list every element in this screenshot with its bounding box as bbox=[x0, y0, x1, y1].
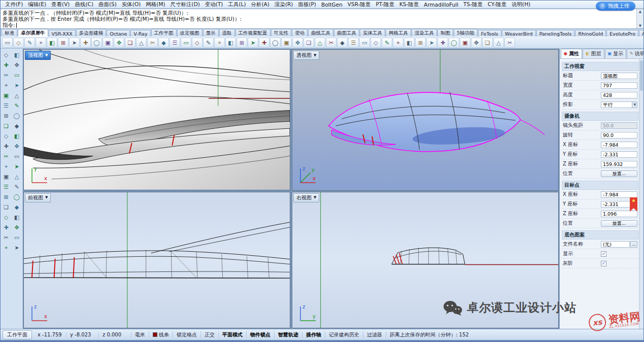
menu-item-工具(L)[interactable]: 工具(L) bbox=[225, 1, 248, 8]
toolbar-icon-32[interactable]: ▭ bbox=[359, 38, 370, 48]
menu-item-CY-随意[interactable]: CY-随意 bbox=[485, 1, 509, 8]
side-tool-icon-24[interactable]: ▣ bbox=[1, 172, 11, 182]
viewport-front[interactable]: 前视图 ▼ zx bbox=[23, 192, 290, 328]
side-tool-icon-27[interactable]: ✎ bbox=[12, 182, 22, 192]
toggle-锁定格点[interactable]: 锁定格点 bbox=[173, 331, 201, 338]
place-button[interactable]: 放置... bbox=[601, 220, 637, 227]
panel-tab-属性[interactable]: ●属性 bbox=[561, 49, 582, 58]
field-X 座标[interactable]: -7.984 bbox=[601, 142, 637, 148]
toolbar-icon-10[interactable]: ✥ bbox=[114, 38, 124, 48]
cplane-button[interactable]: 工作平面 bbox=[3, 330, 32, 339]
menu-item-PT-随意[interactable]: PT-随意 bbox=[373, 1, 397, 8]
toolbar-icon-45[interactable]: ✂ bbox=[504, 38, 515, 48]
toolbar-tab-RhinoGold[interactable]: RhinoGold bbox=[575, 30, 606, 37]
toolbar-tab-V-Ray[interactable]: V-Ray bbox=[130, 30, 150, 37]
command-area[interactable]: 多重直线的下一点，（持续封闭(F)=否 模式(M)=直线 导线(H)=否 复原(… bbox=[1, 9, 643, 29]
field-X 座标[interactable]: -7.984 bbox=[601, 191, 637, 198]
viewport-canvas-front[interactable] bbox=[24, 192, 290, 328]
toggle-正交[interactable]: 正交 bbox=[201, 331, 219, 338]
side-tool-icon-25[interactable]: △ bbox=[12, 172, 22, 182]
toolbar-icon-42[interactable]: ✥ bbox=[471, 38, 482, 48]
toolbar-tab-PanelingTools[interactable]: PanelingTools bbox=[536, 30, 575, 37]
viewport-tab-perspective[interactable]: 透视图 ▼ bbox=[293, 51, 319, 60]
toolbar-icon-2[interactable]: ✎ bbox=[24, 38, 35, 48]
menu-item-TS-随意[interactable]: TS-随意 bbox=[461, 1, 485, 8]
side-tool-icon-37[interactable]: ▭ bbox=[12, 233, 22, 243]
toggle-物件锁点[interactable]: 物件锁点 bbox=[247, 331, 275, 338]
toolbar-tab-FeTools[interactable]: FeTools bbox=[478, 30, 501, 37]
side-tool-icon-21[interactable]: ▭ bbox=[12, 152, 22, 161]
menu-item-说明(H)[interactable]: 说明(H) bbox=[509, 1, 533, 8]
toolbar-tab-Octane[interactable]: Octane bbox=[107, 30, 130, 37]
side-tool-icon-18[interactable]: ✚ bbox=[1, 142, 11, 151]
place-button[interactable]: 放置... bbox=[601, 170, 637, 177]
side-tool-icon-22[interactable]: ⌖ bbox=[1, 162, 11, 172]
toolbar-icon-22[interactable]: ➤ bbox=[248, 38, 258, 48]
menu-item-实体(O)[interactable]: 实体(O) bbox=[119, 1, 143, 8]
toolbar-icon-35[interactable]: ⌖ bbox=[393, 38, 403, 48]
toolbar-tab-标准[interactable]: 标准 bbox=[2, 29, 17, 37]
toolbar-icon-25[interactable]: ▣ bbox=[281, 38, 292, 48]
menu-item-VSR-随意[interactable]: VSR-随意 bbox=[345, 1, 374, 8]
viewport-tab-front[interactable]: 前视图 ▼ bbox=[25, 193, 51, 202]
toolbar-tab-Arion[interactable]: Arion bbox=[639, 30, 643, 37]
viewport-top[interactable]: 顶视图 ▼ yx bbox=[23, 49, 290, 190]
viewport-canvas-perspective[interactable] bbox=[292, 50, 558, 190]
side-tool-icon-4[interactable]: ✂ bbox=[1, 71, 11, 80]
menu-item-ArmadilloFull[interactable]: ArmadilloFull bbox=[421, 2, 461, 8]
side-tool-icon-12[interactable]: ⊞ bbox=[1, 111, 11, 121]
toolbar-icon-24[interactable]: ◯ bbox=[270, 38, 281, 48]
toolbar-tab-显示[interactable]: 显示 bbox=[203, 29, 219, 37]
menu-item-变动(T)[interactable]: 变动(T) bbox=[202, 1, 226, 8]
side-tool-icon-29[interactable]: ◯ bbox=[12, 192, 22, 202]
side-tool-icon-31[interactable]: ◆ bbox=[12, 202, 22, 212]
toolbar-icon-9[interactable]: ▣ bbox=[103, 38, 113, 48]
toolbar-icon-41[interactable]: ▣ bbox=[460, 38, 470, 48]
toolbar-icon-19[interactable]: ⌖ bbox=[214, 38, 225, 48]
toolbar-tab-渲染工具[interactable]: 渲染工具 bbox=[412, 29, 437, 37]
toolbar-icon-29[interactable]: ✂ bbox=[326, 38, 336, 48]
side-tool-icon-30[interactable]: ❏ bbox=[1, 202, 11, 212]
viewport-tab-right[interactable]: 右视图 ▼ bbox=[293, 193, 319, 202]
side-tool-icon-17[interactable]: ◧ bbox=[12, 131, 22, 141]
dropdown-投影[interactable]: 平行▼ bbox=[601, 101, 637, 108]
panel-scrollbar[interactable] bbox=[639, 59, 643, 329]
toolbar-icon-14[interactable]: ◆ bbox=[158, 38, 169, 48]
toolbar-icon-12[interactable]: △ bbox=[136, 38, 147, 48]
field-高度[interactable]: 428 bbox=[601, 92, 637, 98]
toolbar-icon-15[interactable]: ☰ bbox=[170, 38, 180, 48]
side-tool-icon-10[interactable]: ☰ bbox=[1, 101, 11, 111]
side-tool-icon-20[interactable]: ✂ bbox=[1, 152, 11, 161]
side-tool-icon-26[interactable]: ☰ bbox=[1, 182, 11, 192]
toolbar-icon-30[interactable]: ◆ bbox=[337, 38, 348, 48]
toolbar-tab-制图[interactable]: 制图 bbox=[437, 29, 453, 37]
menu-item-查看(V)[interactable]: 查看(V) bbox=[49, 1, 72, 8]
side-tool-icon-14[interactable]: ❏ bbox=[1, 121, 11, 131]
scroll-down-icon[interactable]: ▼ bbox=[639, 24, 641, 28]
toolbar-icon-31[interactable]: ☰ bbox=[348, 38, 359, 48]
side-tool-icon-6[interactable]: ⌖ bbox=[1, 81, 11, 90]
toolbar-tab-曲面工具[interactable]: 曲面工具 bbox=[334, 29, 359, 37]
side-tool-icon-3[interactable]: ✥ bbox=[12, 60, 22, 70]
field-旋转[interactable]: 90.0 bbox=[601, 132, 637, 139]
side-tool-icon-34[interactable]: ✚ bbox=[1, 223, 11, 232]
checkbox-灰阶[interactable]: ✓ bbox=[601, 261, 606, 266]
toolbar-icon-33[interactable]: ◇ bbox=[370, 38, 381, 48]
toolbar-icon-17[interactable]: ◇ bbox=[192, 38, 202, 48]
command-scrollbar[interactable]: ▲ ▼ bbox=[636, 9, 643, 28]
toolbar-tab-工作视窗配置[interactable]: 工作视窗配置 bbox=[235, 29, 270, 37]
menu-item-尺寸标注(D)[interactable]: 尺寸标注(D) bbox=[168, 1, 202, 8]
toolbar-icon-8[interactable]: ◯ bbox=[91, 38, 102, 48]
toolbar-tab-网格工具[interactable]: 网格工具 bbox=[386, 29, 411, 37]
menu-item-曲面(S)[interactable]: 曲面(S) bbox=[96, 1, 119, 8]
toolbar-icon-38[interactable]: ➤ bbox=[426, 38, 437, 48]
toolbar-icon-11[interactable]: ❏ bbox=[125, 38, 135, 48]
field-标题[interactable]: 顶视图 bbox=[601, 73, 637, 79]
side-tool-icon-33[interactable]: ◧ bbox=[12, 213, 22, 222]
toolbar-icon-21[interactable]: ⊞ bbox=[236, 38, 247, 48]
side-tool-icon-15[interactable]: ◆ bbox=[12, 121, 22, 131]
toolbar-icon-43[interactable]: ❏ bbox=[482, 38, 493, 48]
toolbar-tab-多边形建模[interactable]: 多边形建模 bbox=[76, 29, 107, 37]
toolbar-icon-40[interactable]: ◯ bbox=[449, 38, 459, 48]
toolbar-tab-可见性[interactable]: 可见性 bbox=[271, 29, 292, 37]
